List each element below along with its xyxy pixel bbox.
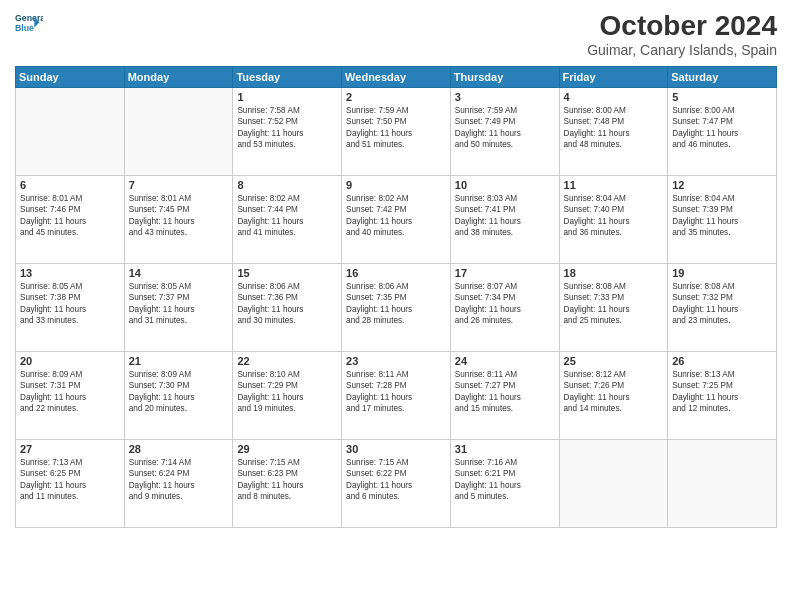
day-number: 27 [20, 443, 120, 455]
cell-w1-d4: 3Sunrise: 7:59 AMSunset: 7:49 PMDaylight… [450, 88, 559, 176]
cell-w3-d4: 17Sunrise: 8:07 AMSunset: 7:34 PMDayligh… [450, 264, 559, 352]
day-number: 12 [672, 179, 772, 191]
day-number: 13 [20, 267, 120, 279]
col-sunday: Sunday [16, 67, 125, 88]
day-number: 19 [672, 267, 772, 279]
cell-w5-d1: 28Sunrise: 7:14 AMSunset: 6:24 PMDayligh… [124, 440, 233, 528]
week-row-5: 27Sunrise: 7:13 AMSunset: 6:25 PMDayligh… [16, 440, 777, 528]
day-info: Sunrise: 8:13 AMSunset: 7:25 PMDaylight:… [672, 369, 772, 415]
day-info: Sunrise: 8:06 AMSunset: 7:36 PMDaylight:… [237, 281, 337, 327]
day-info: Sunrise: 8:07 AMSunset: 7:34 PMDaylight:… [455, 281, 555, 327]
day-info: Sunrise: 8:08 AMSunset: 7:32 PMDaylight:… [672, 281, 772, 327]
cell-w2-d0: 6Sunrise: 8:01 AMSunset: 7:46 PMDaylight… [16, 176, 125, 264]
day-info: Sunrise: 8:10 AMSunset: 7:29 PMDaylight:… [237, 369, 337, 415]
day-number: 24 [455, 355, 555, 367]
day-number: 25 [564, 355, 664, 367]
day-number: 6 [20, 179, 120, 191]
cell-w1-d1 [124, 88, 233, 176]
col-tuesday: Tuesday [233, 67, 342, 88]
cell-w2-d3: 9Sunrise: 8:02 AMSunset: 7:42 PMDaylight… [342, 176, 451, 264]
week-row-3: 13Sunrise: 8:05 AMSunset: 7:38 PMDayligh… [16, 264, 777, 352]
day-info: Sunrise: 8:06 AMSunset: 7:35 PMDaylight:… [346, 281, 446, 327]
cell-w4-d0: 20Sunrise: 8:09 AMSunset: 7:31 PMDayligh… [16, 352, 125, 440]
day-number: 21 [129, 355, 229, 367]
cell-w1-d5: 4Sunrise: 8:00 AMSunset: 7:48 PMDaylight… [559, 88, 668, 176]
cell-w3-d3: 16Sunrise: 8:06 AMSunset: 7:35 PMDayligh… [342, 264, 451, 352]
calendar-table: Sunday Monday Tuesday Wednesday Thursday… [15, 66, 777, 528]
cell-w1-d6: 5Sunrise: 8:00 AMSunset: 7:47 PMDaylight… [668, 88, 777, 176]
col-friday: Friday [559, 67, 668, 88]
logo: GeneralBlue [15, 10, 43, 38]
day-info: Sunrise: 8:02 AMSunset: 7:44 PMDaylight:… [237, 193, 337, 239]
day-info: Sunrise: 8:01 AMSunset: 7:46 PMDaylight:… [20, 193, 120, 239]
title-block: October 2024 Guimar, Canary Islands, Spa… [587, 10, 777, 58]
cell-w3-d5: 18Sunrise: 8:08 AMSunset: 7:33 PMDayligh… [559, 264, 668, 352]
week-row-1: 1Sunrise: 7:58 AMSunset: 7:52 PMDaylight… [16, 88, 777, 176]
day-info: Sunrise: 7:58 AMSunset: 7:52 PMDaylight:… [237, 105, 337, 151]
cell-w4-d3: 23Sunrise: 8:11 AMSunset: 7:28 PMDayligh… [342, 352, 451, 440]
week-row-4: 20Sunrise: 8:09 AMSunset: 7:31 PMDayligh… [16, 352, 777, 440]
cell-w2-d6: 12Sunrise: 8:04 AMSunset: 7:39 PMDayligh… [668, 176, 777, 264]
day-info: Sunrise: 7:13 AMSunset: 6:25 PMDaylight:… [20, 457, 120, 503]
cell-w5-d4: 31Sunrise: 7:16 AMSunset: 6:21 PMDayligh… [450, 440, 559, 528]
cell-w3-d1: 14Sunrise: 8:05 AMSunset: 7:37 PMDayligh… [124, 264, 233, 352]
cell-w3-d6: 19Sunrise: 8:08 AMSunset: 7:32 PMDayligh… [668, 264, 777, 352]
day-info: Sunrise: 7:59 AMSunset: 7:50 PMDaylight:… [346, 105, 446, 151]
col-thursday: Thursday [450, 67, 559, 88]
day-number: 16 [346, 267, 446, 279]
day-number: 26 [672, 355, 772, 367]
day-number: 3 [455, 91, 555, 103]
header: GeneralBlue October 2024 Guimar, Canary … [15, 10, 777, 58]
cell-w2-d1: 7Sunrise: 8:01 AMSunset: 7:45 PMDaylight… [124, 176, 233, 264]
day-number: 1 [237, 91, 337, 103]
day-number: 31 [455, 443, 555, 455]
day-info: Sunrise: 8:11 AMSunset: 7:27 PMDaylight:… [455, 369, 555, 415]
day-info: Sunrise: 8:12 AMSunset: 7:26 PMDaylight:… [564, 369, 664, 415]
day-info: Sunrise: 8:03 AMSunset: 7:41 PMDaylight:… [455, 193, 555, 239]
cell-w5-d2: 29Sunrise: 7:15 AMSunset: 6:23 PMDayligh… [233, 440, 342, 528]
cell-w4-d1: 21Sunrise: 8:09 AMSunset: 7:30 PMDayligh… [124, 352, 233, 440]
svg-text:Blue: Blue [15, 23, 34, 33]
day-number: 5 [672, 91, 772, 103]
day-info: Sunrise: 8:00 AMSunset: 7:47 PMDaylight:… [672, 105, 772, 151]
day-number: 28 [129, 443, 229, 455]
cell-w1-d2: 1Sunrise: 7:58 AMSunset: 7:52 PMDaylight… [233, 88, 342, 176]
day-info: Sunrise: 7:15 AMSunset: 6:22 PMDaylight:… [346, 457, 446, 503]
day-number: 17 [455, 267, 555, 279]
day-info: Sunrise: 8:00 AMSunset: 7:48 PMDaylight:… [564, 105, 664, 151]
day-info: Sunrise: 8:04 AMSunset: 7:39 PMDaylight:… [672, 193, 772, 239]
cell-w2-d2: 8Sunrise: 8:02 AMSunset: 7:44 PMDaylight… [233, 176, 342, 264]
cell-w3-d0: 13Sunrise: 8:05 AMSunset: 7:38 PMDayligh… [16, 264, 125, 352]
logo-icon: GeneralBlue [15, 10, 43, 38]
day-info: Sunrise: 8:08 AMSunset: 7:33 PMDaylight:… [564, 281, 664, 327]
day-number: 8 [237, 179, 337, 191]
month-title: October 2024 [587, 10, 777, 42]
day-number: 10 [455, 179, 555, 191]
cell-w4-d6: 26Sunrise: 8:13 AMSunset: 7:25 PMDayligh… [668, 352, 777, 440]
day-info: Sunrise: 7:14 AMSunset: 6:24 PMDaylight:… [129, 457, 229, 503]
day-number: 9 [346, 179, 446, 191]
day-number: 30 [346, 443, 446, 455]
day-info: Sunrise: 8:05 AMSunset: 7:37 PMDaylight:… [129, 281, 229, 327]
location: Guimar, Canary Islands, Spain [587, 42, 777, 58]
day-number: 23 [346, 355, 446, 367]
cell-w4-d5: 25Sunrise: 8:12 AMSunset: 7:26 PMDayligh… [559, 352, 668, 440]
day-number: 22 [237, 355, 337, 367]
cell-w1-d3: 2Sunrise: 7:59 AMSunset: 7:50 PMDaylight… [342, 88, 451, 176]
day-info: Sunrise: 7:15 AMSunset: 6:23 PMDaylight:… [237, 457, 337, 503]
day-number: 11 [564, 179, 664, 191]
day-info: Sunrise: 8:09 AMSunset: 7:30 PMDaylight:… [129, 369, 229, 415]
day-number: 29 [237, 443, 337, 455]
day-info: Sunrise: 7:59 AMSunset: 7:49 PMDaylight:… [455, 105, 555, 151]
day-number: 7 [129, 179, 229, 191]
day-number: 4 [564, 91, 664, 103]
day-info: Sunrise: 7:16 AMSunset: 6:21 PMDaylight:… [455, 457, 555, 503]
cell-w1-d0 [16, 88, 125, 176]
day-info: Sunrise: 8:09 AMSunset: 7:31 PMDaylight:… [20, 369, 120, 415]
cell-w2-d5: 11Sunrise: 8:04 AMSunset: 7:40 PMDayligh… [559, 176, 668, 264]
cell-w4-d4: 24Sunrise: 8:11 AMSunset: 7:27 PMDayligh… [450, 352, 559, 440]
day-number: 15 [237, 267, 337, 279]
cell-w5-d3: 30Sunrise: 7:15 AMSunset: 6:22 PMDayligh… [342, 440, 451, 528]
day-info: Sunrise: 8:05 AMSunset: 7:38 PMDaylight:… [20, 281, 120, 327]
col-monday: Monday [124, 67, 233, 88]
